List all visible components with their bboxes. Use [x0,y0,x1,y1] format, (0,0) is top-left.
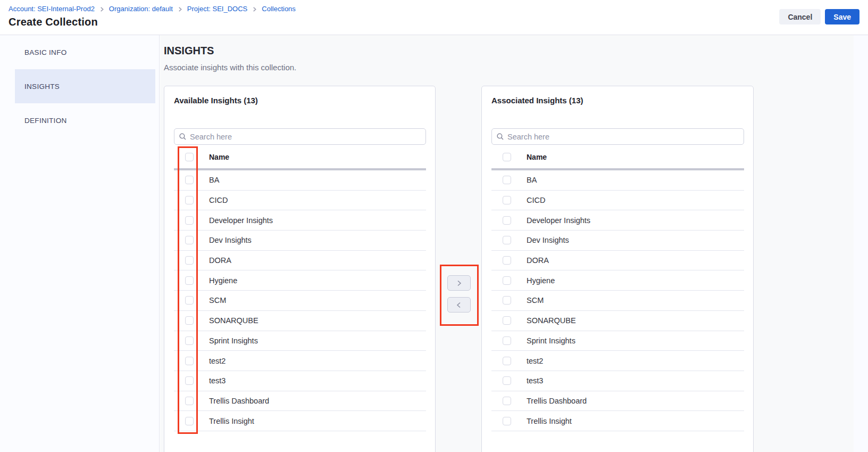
row-checkbox[interactable] [503,296,511,305]
row-checkbox[interactable] [503,417,511,425]
row-checkbox[interactable] [185,256,194,265]
create-collection-page: Account: SEI-Internal-Prod2Organization:… [0,0,868,452]
row-label: BA [209,176,219,184]
row-label: Trellis Insight [209,417,254,425]
row-checkbox[interactable] [503,336,511,345]
row-label: SONARQUBE [209,316,258,325]
row-label: CICD [527,196,545,204]
table-row: DORA [491,251,744,271]
row-label: Trellis Dashboard [527,397,587,405]
row-label: test2 [527,357,543,365]
row-label: Dev Insights [527,236,569,244]
table-row: Dev Insights [174,231,426,251]
row-checkbox[interactable] [185,417,194,425]
table-row: SONARQUBE [491,311,744,331]
table-row: Sprint Insights [491,331,744,351]
row-label: DORA [527,256,549,265]
row-checkbox[interactable] [503,216,511,225]
table-row: Sprint Insights [174,331,426,351]
table-row: Trellis Dashboard [174,391,426,412]
associated-insights-list: BA CICD Developer Insights Dev Insights … [491,170,744,431]
table-row: DORA [174,251,426,271]
table-row: Trellis Insight [491,411,744,431]
table-row: Developer Insights [491,210,744,231]
table-row: SONARQUBE [174,311,426,331]
row-checkbox[interactable] [185,276,194,285]
row-checkbox[interactable] [503,276,511,285]
row-label: Hygiene [527,276,555,285]
section-heading: INSIGHTS [164,45,214,57]
available-insights-panel: Available Insights (13) Name BA CICD Dev… [164,86,436,452]
row-checkbox[interactable] [503,176,511,184]
associated-insights-panel: Associated Insights (13) Name BA CICD De… [481,86,754,452]
page-header: Account: SEI-Internal-Prod2Organization:… [0,0,868,35]
table-row: Hygiene [491,270,744,291]
available-search-input[interactable] [190,133,421,141]
search-icon [179,133,186,140]
row-label: Trellis Insight [527,417,572,425]
row-checkbox[interactable] [185,176,194,184]
breadcrumb-chevron-icon [252,7,257,12]
sidebar-item-definition[interactable]: DEFINITION [15,103,155,137]
cancel-button[interactable]: Cancel [779,9,821,24]
row-checkbox[interactable] [503,256,511,265]
table-row: Hygiene [174,270,426,291]
chevron-left-icon [456,302,462,308]
available-search-box [174,128,426,145]
row-checkbox[interactable] [185,357,194,365]
row-checkbox[interactable] [503,357,511,365]
save-button[interactable]: Save [825,9,859,24]
table-row: CICD [174,191,426,211]
row-label: DORA [209,256,231,265]
row-checkbox[interactable] [503,236,511,244]
row-checkbox[interactable] [503,376,511,385]
table-row: test2 [174,351,426,371]
page-title: Create Collection [9,16,98,28]
associated-table-header: Name [491,145,744,168]
breadcrumb-chevron-icon [178,7,182,12]
breadcrumb-link[interactable]: Project: SEI_DOCS [187,5,247,13]
move-left-button[interactable] [447,297,471,313]
row-label: Sprint Insights [527,336,575,345]
breadcrumb-link[interactable]: Account: SEI-Internal-Prod2 [9,5,95,13]
chevron-right-icon [456,280,462,286]
row-checkbox[interactable] [185,296,194,305]
associated-panel-title: Associated Insights (13) [491,96,583,105]
table-row: Trellis Dashboard [491,391,744,412]
row-checkbox[interactable] [185,397,194,405]
row-checkbox[interactable] [185,236,194,244]
available-insights-list: BA CICD Developer Insights Dev Insights … [174,170,426,431]
row-label: Sprint Insights [209,336,258,345]
row-label: SCM [527,296,544,305]
sidebar: BASIC INFOINSIGHTSDEFINITION [0,35,160,452]
row-checkbox[interactable] [185,336,194,345]
row-checkbox[interactable] [185,316,194,325]
row-label: SONARQUBE [527,316,576,325]
breadcrumb: Account: SEI-Internal-Prod2Organization:… [9,5,296,13]
row-label: Developer Insights [527,216,590,225]
row-checkbox[interactable] [185,376,194,385]
main-content: INSIGHTS Associate insights with this co… [160,35,868,452]
associated-search-input[interactable] [507,133,739,141]
table-row: test3 [491,371,744,391]
row-label: CICD [209,196,228,204]
name-column-header: Name [527,153,547,161]
sidebar-item-basic-info[interactable]: BASIC INFO [15,35,155,69]
row-checkbox[interactable] [185,196,194,204]
move-right-button[interactable] [447,275,471,291]
search-icon [497,133,504,140]
available-select-all-checkbox[interactable] [185,153,194,161]
breadcrumb-link[interactable]: Collections [262,5,296,13]
table-row: SCM [174,291,426,311]
breadcrumb-link[interactable]: Organization: default [109,5,173,13]
row-checkbox[interactable] [503,397,511,405]
table-row: Trellis Insight [174,411,426,431]
sidebar-item-insights[interactable]: INSIGHTS [15,69,155,103]
row-checkbox[interactable] [503,196,511,204]
row-label: test2 [209,357,226,365]
row-checkbox[interactable] [503,316,511,325]
row-checkbox[interactable] [185,216,194,225]
table-row: BA [491,170,744,191]
table-row: CICD [491,191,744,211]
associated-select-all-checkbox[interactable] [503,153,511,161]
